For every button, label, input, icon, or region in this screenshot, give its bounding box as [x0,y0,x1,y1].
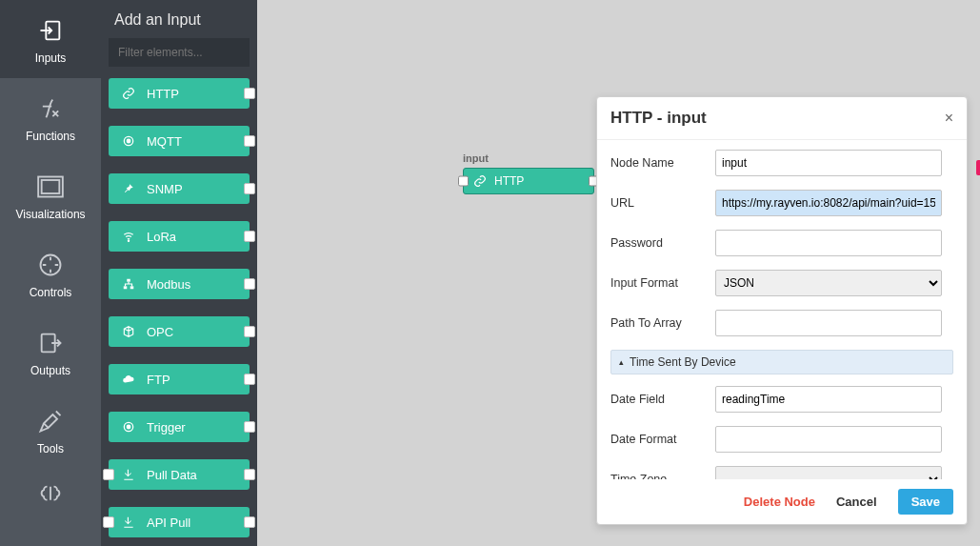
palette-port-right[interactable] [244,374,255,385]
password-label: Password [610,236,715,250]
palette-node-opc[interactable]: OPC [109,316,250,347]
palette-node-pull-data[interactable]: Pull Data [109,459,250,490]
palette-port-right[interactable] [244,278,255,290]
format-select[interactable]: JSON [715,270,942,296]
dialog-header: HTTP - input × [597,97,967,140]
palette-node-label: MQTT [147,134,182,149]
palette-port-right[interactable] [244,421,255,433]
palette-list: HTTPMQTTSNMPLoRaModbusOPCFTPTriggerPull … [109,78,250,537]
tools-icon [37,404,64,438]
palette-node-label: Pull Data [147,468,197,482]
target-icon [118,134,139,148]
controls-icon [37,248,64,282]
sitemap-icon [118,277,139,291]
save-button[interactable]: Save [898,489,953,515]
url-label: URL [610,196,715,210]
palette-node-label: Modbus [147,277,190,292]
rail-outputs[interactable]: Outputs [0,313,101,391]
wifi-icon [118,230,139,243]
node-name-label: Node Name [610,156,715,170]
rail-visualizations[interactable]: Visualizations [0,156,101,234]
brain-icon [37,478,64,513]
chevron-up-icon: ▴ [619,357,624,367]
pin-icon [118,182,139,195]
date-format-label: Date Format [610,433,715,446]
palette-port-right[interactable] [244,326,255,337]
download-icon [118,468,139,481]
palette-node-label: FTP [147,373,170,387]
palette-port-right[interactable] [244,469,255,480]
filter-input[interactable] [109,38,250,67]
palette-node-label: HTTP [147,87,179,101]
palette-title: Add an Input [109,6,250,38]
palette-node-trigger[interactable]: Trigger [109,412,250,442]
rail-label: Visualizations [15,208,85,221]
rail-tools[interactable]: Tools [0,391,101,469]
target-icon [118,420,139,434]
link-icon [471,174,489,188]
node-name-input[interactable] [715,150,942,176]
format-label: Input Format [610,276,715,290]
palette-port-right[interactable] [244,516,255,528]
viz-icon [37,170,64,204]
palette-node-lora[interactable]: LoRa [109,221,250,252]
path-input[interactable] [715,310,942,336]
palette-port-right[interactable] [244,88,255,99]
left-rail: Inputs Functions Visualizations Controls… [0,0,101,546]
palette-node-api-pull[interactable]: API Pull [109,507,250,537]
inputs-icon [37,13,64,48]
close-icon[interactable]: × [945,111,953,126]
delete-node-button[interactable]: Delete Node [744,495,815,509]
canvas-node-type: HTTP [494,174,524,188]
url-input[interactable] [715,190,942,216]
cube-icon [118,325,139,338]
svg-rect-9 [124,286,128,289]
canvas-http-node[interactable]: HTTP [463,168,594,194]
cloud-icon [118,373,139,386]
path-label: Path To Array [610,316,715,330]
date-field-label: Date Field [610,393,715,406]
palette-node-mqtt[interactable]: MQTT [109,126,250,156]
cancel-button[interactable]: Cancel [836,495,877,509]
palette-node-ftp[interactable]: FTP [109,364,250,394]
rail-controls[interactable]: Controls [0,234,101,313]
palette-port-left[interactable] [103,516,114,528]
svg-rect-8 [127,279,130,282]
outputs-icon [37,326,64,360]
http-input-dialog: HTTP - input × Node Name URL Password In… [596,96,968,525]
dialog-footer: Delete Node Cancel Save [597,479,967,524]
palette-port-right[interactable] [244,231,255,242]
date-format-input[interactable] [715,426,942,453]
download-icon [118,516,139,529]
password-input[interactable] [715,230,942,256]
date-field-input[interactable] [715,386,942,413]
dialog-body: Node Name URL Password Input Format JSON… [597,140,967,479]
palette-node-snmp[interactable]: SNMP [109,173,250,204]
edge-handle[interactable] [976,160,980,175]
svg-point-6 [127,139,130,143]
palette-node-label: SNMP [147,182,183,196]
palette-port-left[interactable] [103,469,114,480]
rail-inputs[interactable]: Inputs [0,0,101,78]
palette-node-label: OPC [147,325,173,339]
palette-panel: Add an Input HTTPMQTTSNMPLoRaModbusOPCFT… [101,0,257,546]
rail-more[interactable] [0,469,101,526]
svg-rect-10 [130,286,134,289]
link-icon [118,87,139,100]
svg-rect-1 [42,180,60,193]
rail-label: Controls [30,286,72,299]
tz-select[interactable] [715,466,942,479]
node-port-left[interactable] [458,176,469,187]
rail-label: Functions [26,130,75,143]
palette-node-http[interactable]: HTTP [109,78,250,109]
palette-port-right[interactable] [244,183,255,194]
canvas-node-label: input [463,152,489,164]
palette-port-right[interactable] [244,135,255,147]
time-section-toggle[interactable]: ▴ Time Sent By Device [610,350,953,374]
palette-node-modbus[interactable]: Modbus [109,269,250,299]
palette-node-label: API Pull [147,516,190,530]
palette-node-label: LoRa [147,230,176,244]
dialog-title: HTTP - input [610,109,707,128]
svg-point-12 [127,425,130,429]
rail-functions[interactable]: Functions [0,78,101,156]
